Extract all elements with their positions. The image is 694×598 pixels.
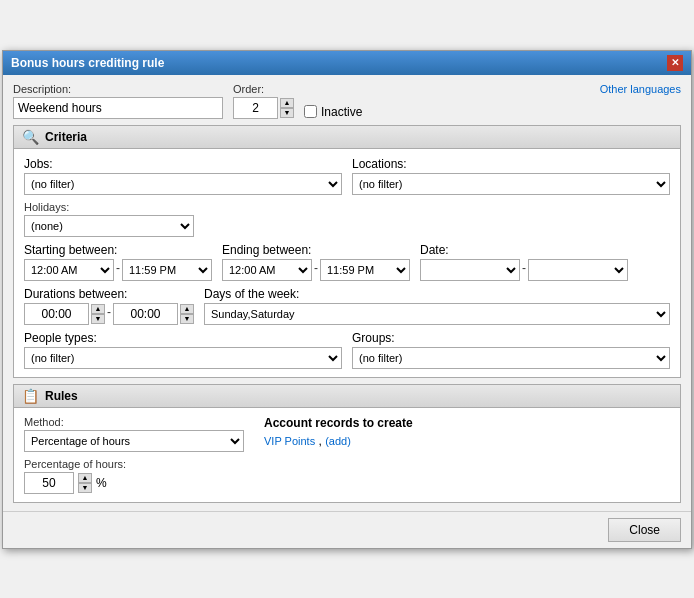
duration-days-row: Durations between: ▲ ▼ - [24, 287, 670, 325]
rules-content: Method: Percentage of hours Percentage o… [14, 408, 680, 502]
locations-select[interactable]: (no filter) [352, 173, 670, 195]
duration-to-up[interactable]: ▲ [180, 304, 194, 314]
duration-from-input[interactable] [24, 303, 89, 325]
method-label: Method: [24, 416, 244, 428]
pct-field: Percentage of hours: ▲ ▼ % [24, 458, 244, 494]
description-label: Description: [13, 83, 223, 95]
criteria-title: Criteria [45, 130, 87, 144]
starting-from-select[interactable]: 12:00 AM [24, 259, 114, 281]
criteria-header: 🔍 Criteria [14, 126, 680, 149]
dialog-body: Description: Order: ▲ ▼ [3, 75, 691, 511]
ending-between-group: Ending between: 12:00 AM - 11:59 PM [222, 243, 410, 281]
description-group: Description: [13, 83, 223, 119]
order-group: Order: ▲ ▼ [233, 83, 294, 119]
holidays-group: Holidays: (none) [24, 201, 194, 237]
pct-label: Percentage of hours: [24, 458, 244, 470]
date-inputs: - [420, 259, 628, 281]
duration-to-down[interactable]: ▼ [180, 314, 194, 324]
time-ranges-row: Starting between: 12:00 AM - 11:59 PM [24, 243, 670, 281]
duration-dash: - [107, 305, 111, 323]
date-to-select[interactable] [528, 259, 628, 281]
date-dash: - [522, 261, 526, 279]
dialog: Bonus hours crediting rule ✕ Description… [2, 50, 692, 549]
pct-input-row: ▲ ▼ % [24, 472, 244, 494]
days-label: Days of the week: [204, 287, 670, 301]
starting-between-label: Starting between: [24, 243, 212, 257]
starting-to-select[interactable]: 11:59 PM [122, 259, 212, 281]
pct-down[interactable]: ▼ [78, 483, 92, 493]
method-select[interactable]: Percentage of hours [24, 430, 244, 452]
rules-icon: 📋 [22, 388, 39, 404]
criteria-content: Jobs: (no filter) Locations: [14, 149, 680, 377]
rules-section: 📋 Rules Method: Percentage of hours Perc… [13, 384, 681, 503]
ending-dash: - [314, 261, 318, 279]
holidays-label: Holidays: [24, 201, 194, 213]
order-decrement-button[interactable]: ▼ [280, 108, 294, 118]
duration-inputs: ▲ ▼ - ▲ ▼ [24, 303, 194, 325]
starting-between-inputs: 12:00 AM - 11:59 PM [24, 259, 212, 281]
days-group: Days of the week: Sunday,Saturday [204, 287, 670, 325]
duration-from-up[interactable]: ▲ [91, 304, 105, 314]
date-group: Date: - [420, 243, 628, 281]
ending-to-select[interactable]: 11:59 PM [320, 259, 410, 281]
jobs-select[interactable]: (no filter) [24, 173, 342, 195]
criteria-icon: 🔍 [22, 129, 39, 145]
durations-group: Durations between: ▲ ▼ - [24, 287, 194, 325]
order-increment-button[interactable]: ▲ [280, 98, 294, 108]
inactive-group: Inactive [304, 105, 362, 119]
durations-label: Durations between: [24, 287, 194, 301]
people-types-select[interactable]: (no filter) [24, 347, 342, 369]
order-spinner: ▲ ▼ [233, 97, 294, 119]
holidays-select[interactable]: (none) [24, 215, 194, 237]
pct-up[interactable]: ▲ [78, 473, 92, 483]
add-record-link[interactable]: (add) [325, 435, 351, 447]
order-input[interactable] [233, 97, 278, 119]
account-records-list: VIP Points , (add) [264, 434, 413, 448]
holidays-row: Holidays: (none) [24, 201, 670, 237]
ending-from-select[interactable]: 12:00 AM [222, 259, 312, 281]
ending-between-label: Ending between: [222, 243, 410, 257]
groups-select[interactable]: (no filter) [352, 347, 670, 369]
jobs-locations-row: Jobs: (no filter) Locations: [24, 157, 670, 195]
inactive-label: Inactive [321, 105, 362, 119]
days-select[interactable]: Sunday,Saturday [204, 303, 670, 325]
method-field: Method: Percentage of hours [24, 416, 244, 452]
method-group: Method: Percentage of hours Percentage o… [24, 416, 244, 494]
groups-label: Groups: [352, 331, 395, 345]
locations-group: Locations: (no filter) [352, 157, 670, 195]
jobs-group: Jobs: (no filter) [24, 157, 342, 195]
ending-between-inputs: 12:00 AM - 11:59 PM [222, 259, 410, 281]
criteria-section: 🔍 Criteria Jobs: (no filter) [13, 125, 681, 378]
close-button[interactable]: Close [608, 518, 681, 542]
pct-input[interactable] [24, 472, 74, 494]
description-input[interactable] [13, 97, 223, 119]
title-bar: Bonus hours crediting rule ✕ [3, 51, 691, 75]
account-records-group: Account records to create VIP Points , (… [264, 416, 413, 494]
dialog-title: Bonus hours crediting rule [11, 56, 164, 70]
vip-points-link[interactable]: VIP Points [264, 435, 315, 447]
inactive-checkbox[interactable] [304, 105, 317, 118]
rules-title: Rules [45, 389, 78, 403]
account-records-title: Account records to create [264, 416, 413, 430]
starting-between-group: Starting between: 12:00 AM - 11:59 PM [24, 243, 212, 281]
order-label: Order: [233, 83, 294, 95]
jobs-label: Jobs: [24, 157, 53, 171]
people-groups-row: People types: (no filter) Groups: [24, 331, 670, 369]
people-types-group: People types: (no filter) [24, 331, 342, 369]
people-types-label: People types: [24, 331, 97, 345]
title-close-button[interactable]: ✕ [667, 55, 683, 71]
date-from-select[interactable] [420, 259, 520, 281]
other-languages-link[interactable]: Other languages [600, 83, 681, 95]
order-spinner-buttons: ▲ ▼ [280, 98, 294, 118]
starting-dash: - [116, 261, 120, 279]
groups-group: Groups: (no filter) [352, 331, 670, 369]
duration-to-input[interactable] [113, 303, 178, 325]
locations-label: Locations: [352, 157, 407, 171]
dialog-footer: Close [3, 511, 691, 548]
date-label: Date: [420, 243, 628, 257]
rules-header: 📋 Rules [14, 385, 680, 408]
duration-from-down[interactable]: ▼ [91, 314, 105, 324]
pct-symbol: % [96, 476, 107, 490]
